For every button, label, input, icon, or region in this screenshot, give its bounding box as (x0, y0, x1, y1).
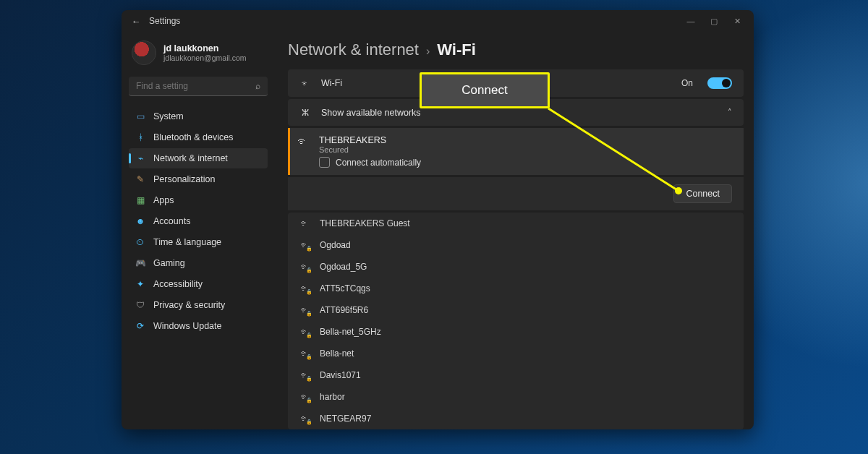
lock-icon: 🔒 (306, 333, 312, 338)
sidebar: jd laukkonen jdlaukkonen@gmail.com ⌕ ▭Sy… (122, 32, 275, 429)
network-list: ᯤTHEBREAKERS Guestᯤ🔒Ogdoadᯤ🔒Ogdoad_5Gᯤ🔒A… (288, 213, 744, 429)
lock-icon: 🔒 (306, 398, 312, 403)
breadcrumb-current: Wi-Fi (437, 40, 476, 59)
network-item[interactable]: ᯤTHEBREAKERS Guest (288, 213, 744, 234)
lock-icon: 🔒 (306, 354, 312, 360)
profile-email: jdlaukkonen@gmail.com (163, 53, 247, 62)
sidebar-item-icon: 🛡 (135, 299, 146, 311)
wifi-toggle[interactable] (707, 77, 732, 89)
wifi-icon: ᯤ🔒 (299, 240, 310, 250)
sidebar-item-icon: ⌁ (135, 153, 146, 164)
lock-icon: 🔒 (306, 419, 312, 425)
sidebar-item-personalization[interactable]: ✎Personalization (129, 169, 268, 189)
wifi-state-label: On (681, 78, 693, 88)
connect-button[interactable]: Connect (673, 184, 732, 203)
sidebar-item-apps[interactable]: ▦Apps (129, 190, 268, 210)
breadcrumb: Network & internet › Wi-Fi (288, 36, 744, 69)
sidebar-item-label: Privacy & security (153, 300, 225, 310)
sidebar-item-time-language[interactable]: ⏲Time & language (129, 232, 268, 252)
wifi-icon: ᯤ🔒 (299, 283, 310, 294)
settings-window: ← Settings — ▢ ✕ jd laukkonen jdlaukkone… (122, 10, 754, 429)
connect-automatically-label: Connect automatically (336, 158, 421, 168)
minimize-button[interactable]: — (684, 17, 697, 26)
close-button[interactable]: ✕ (731, 17, 744, 26)
sidebar-item-bluetooth-devices[interactable]: ᚼBluetooth & devices (129, 127, 268, 147)
network-name: ATT5cTCqgs (320, 283, 370, 294)
wifi-icon: ᯤ (299, 218, 310, 228)
selected-network-panel: ᯤ THEBREAKERS Secured Connect automatica… (288, 128, 744, 175)
sidebar-item-icon: 🎮 (135, 257, 146, 269)
sidebar-item-icon: ᚼ (135, 132, 146, 143)
lock-icon: 🔒 (306, 311, 312, 317)
window-title: Settings (149, 16, 180, 26)
profile-block[interactable]: jd laukkonen jdlaukkonen@gmail.com (129, 36, 268, 75)
network-name: Ogdoad_5G (320, 262, 367, 272)
selected-network-name: THEBREAKERS (319, 135, 732, 145)
breadcrumb-parent[interactable]: Network & internet (288, 40, 419, 59)
lock-icon: 🔒 (306, 289, 312, 295)
search-icon: ⌕ (255, 81, 260, 91)
search-input[interactable] (136, 81, 255, 91)
wifi-icon: ᯤ (299, 78, 311, 89)
sidebar-item-label: Accessibility (153, 279, 203, 289)
window-controls: — ▢ ✕ (684, 17, 748, 26)
connect-row: Connect (288, 177, 744, 210)
lock-icon: 🔒 (306, 376, 312, 382)
chevron-up-icon: ˄ (728, 108, 732, 117)
sidebar-item-label: Gaming (153, 258, 185, 268)
network-item[interactable]: ᯤ🔒ATT5cTCqgs (288, 278, 744, 299)
wifi-label: Wi-Fi (321, 78, 342, 88)
network-name: Bella-net_5GHz (320, 327, 381, 337)
sidebar-item-system[interactable]: ▭System (129, 106, 268, 127)
available-networks-row[interactable]: ⵣ Show available networks ˄ (288, 99, 744, 126)
lock-icon: 🔒 (306, 267, 312, 273)
wifi-toggle-card: ᯤ Wi-Fi On (288, 69, 744, 97)
lock-icon: 🔒 (306, 246, 312, 252)
sidebar-item-network-internet[interactable]: ⌁Network & internet (129, 148, 268, 168)
sidebar-item-icon: ⟳ (135, 320, 146, 332)
network-name: THEBREAKERS Guest (320, 218, 410, 228)
available-networks-label: Show available networks (321, 108, 421, 118)
wifi-icon: ᯤ (297, 135, 309, 148)
sidebar-item-accounts[interactable]: ☻Accounts (129, 211, 268, 231)
sidebar-item-label: Time & language (153, 237, 221, 247)
network-item[interactable]: ᯤ🔒Davis1071 (288, 364, 744, 386)
sidebar-item-icon: ✦ (135, 278, 146, 290)
network-name: NETGEAR97 (320, 414, 371, 424)
network-item[interactable]: ᯤ🔒ATT696f5R6 (288, 299, 744, 321)
sidebar-item-label: Personalization (153, 174, 215, 184)
network-name: Davis1071 (320, 370, 361, 380)
network-name: Ogdoad (320, 240, 351, 250)
sidebar-item-icon: ☻ (135, 215, 146, 227)
back-button[interactable]: ← (127, 16, 145, 27)
avatar (132, 40, 156, 65)
network-item[interactable]: ᯤ🔒Ogdoad_5G (288, 256, 744, 278)
sidebar-item-icon: ⏲ (135, 236, 146, 248)
sidebar-item-gaming[interactable]: 🎮Gaming (129, 253, 268, 273)
wifi-icon: ᯤ🔒 (299, 348, 310, 359)
network-item[interactable]: ᯤ🔒Ogdoad (288, 234, 744, 256)
network-item[interactable]: ᯤ🔒harbor (288, 386, 744, 408)
network-item[interactable]: ᯤ🔒Bella-net (288, 343, 744, 364)
titlebar: ← Settings — ▢ ✕ (122, 10, 754, 32)
sidebar-item-accessibility[interactable]: ✦Accessibility (129, 274, 268, 294)
sidebar-item-label: Windows Update (153, 321, 222, 331)
sidebar-item-privacy-security[interactable]: 🛡Privacy & security (129, 295, 268, 315)
wifi-icon: ᯤ🔒 (299, 262, 310, 272)
sidebar-item-label: Accounts (153, 216, 190, 226)
connect-automatically-checkbox[interactable] (319, 157, 330, 168)
wifi-icon: ᯤ🔒 (299, 327, 310, 337)
wifi-icon: ᯤ🔒 (299, 392, 310, 402)
sidebar-item-label: Apps (153, 195, 174, 205)
maximize-button[interactable]: ▢ (707, 17, 720, 26)
sidebar-item-icon: ▦ (135, 194, 146, 206)
sidebar-item-windows-update[interactable]: ⟳Windows Update (129, 316, 268, 336)
selected-network-status: Secured (319, 145, 732, 154)
sidebar-item-icon: ▭ (135, 111, 146, 122)
network-item[interactable]: ᯤ🔒Bella-net_5GHz (288, 321, 744, 343)
wifi-icon: ᯤ🔒 (299, 305, 310, 315)
chevron-right-icon: › (426, 45, 430, 58)
search-box[interactable]: ⌕ (129, 77, 268, 96)
network-item[interactable]: ᯤ🔒NETGEAR97 (288, 408, 744, 429)
sidebar-item-label: Bluetooth & devices (153, 132, 234, 142)
